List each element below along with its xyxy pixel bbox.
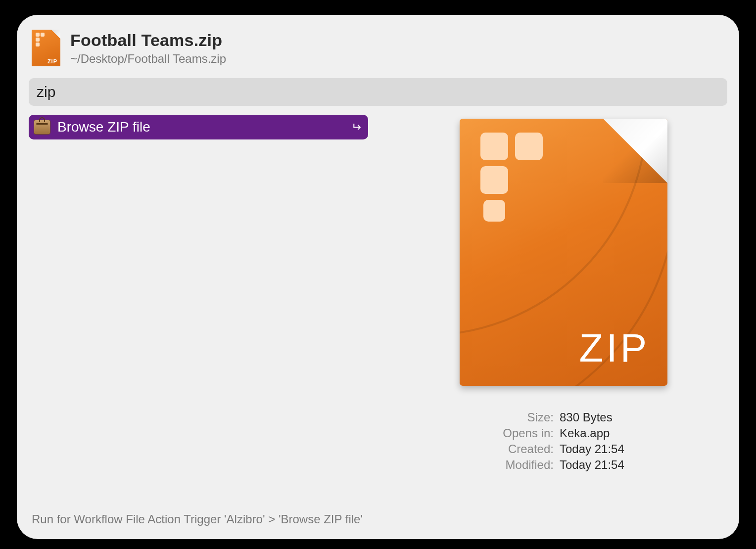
zip-file-preview-icon: ZIP [460,119,667,386]
file-path: ~/Desktop/Football Teams.zip [70,52,226,66]
results-list: Browse ZIP file ↵ [27,115,368,472]
zip-icon-label: ZIP [47,58,57,64]
zip-preview-label: ZIP [579,325,650,371]
meta-size-label: Size: [503,411,554,424]
result-label: Browse ZIP file [57,119,344,135]
result-browse-zip[interactable]: Browse ZIP file ↵ [29,115,368,139]
meta-modified-label: Modified: [503,458,554,472]
meta-opens-value: Keka.app [560,426,624,440]
alfred-window: ZIP Football Teams.zip ~/Desktop/Footbal… [17,15,739,539]
file-title: Football Teams.zip [70,31,226,50]
meta-size-value: 830 Bytes [560,411,624,424]
file-metadata: Size: 830 Bytes Opens in: Keka.app Creat… [503,411,624,472]
meta-created-label: Created: [503,442,554,456]
return-icon: ↵ [351,120,361,134]
search-input[interactable] [29,78,727,106]
header: ZIP Football Teams.zip ~/Desktop/Footbal… [27,26,729,73]
zip-file-icon: ZIP [32,30,60,66]
meta-created-value: Today 21:54 [560,442,624,456]
preview-pane: ZIP Size: 830 Bytes Opens in: Keka.app C… [383,115,729,472]
footer-subtext: Run for Workflow File Action Trigger 'Al… [32,512,363,526]
meta-modified-value: Today 21:54 [560,458,624,472]
toolbox-icon [34,120,50,135]
meta-opens-label: Opens in: [503,426,554,440]
